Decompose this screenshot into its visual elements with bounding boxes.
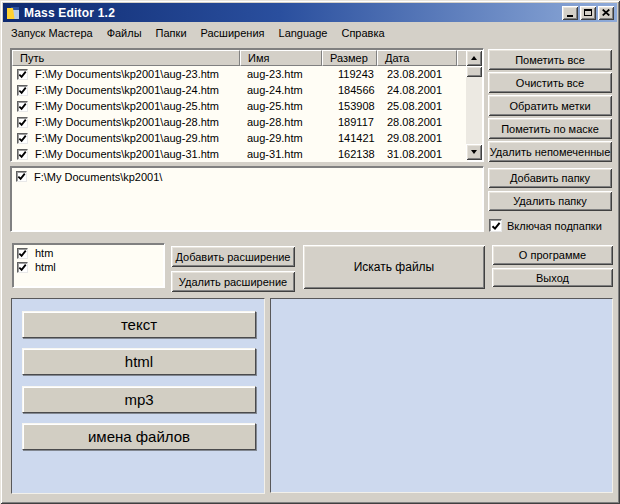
- file-date: 24.08.2001: [377, 84, 457, 96]
- folder-checkbox[interactable]: [16, 171, 27, 182]
- column-header-date[interactable]: Дата: [377, 50, 457, 66]
- scrollbar-track[interactable]: [466, 77, 482, 144]
- checkmark-icon: [18, 118, 27, 127]
- checkmark-icon: [17, 172, 26, 181]
- checkmark-icon: [18, 70, 27, 79]
- file-size: 119243: [322, 68, 377, 80]
- file-row-checkbox[interactable]: [17, 101, 28, 112]
- titlebar: Mass Editor 1.2: [3, 3, 617, 22]
- folder-list: F:\My Documents\kp2001\: [10, 166, 484, 232]
- mark-all-button[interactable]: Пометить все: [488, 49, 612, 70]
- menu-item-files[interactable]: Файлы: [100, 25, 149, 41]
- actions-panel: текст html mp3 имена файлов: [11, 298, 265, 494]
- extension-name: htm: [35, 247, 53, 259]
- column-header-path[interactable]: Путь: [12, 50, 240, 66]
- remove-folder-button[interactable]: Удалить папку: [488, 191, 612, 211]
- search-files-button[interactable]: Искать файлы: [303, 245, 485, 289]
- column-header-name[interactable]: Имя: [240, 50, 322, 66]
- exit-button[interactable]: Выход: [492, 268, 613, 287]
- mark-by-mask-button[interactable]: Пометить по маске: [488, 118, 612, 139]
- file-row[interactable]: F:\My Documents\kp2001\aug-28.htm aug-28…: [12, 114, 468, 130]
- extension-checkbox[interactable]: [17, 262, 28, 273]
- checkmark-icon: [18, 86, 27, 95]
- menu-item-extensions[interactable]: Расширения: [194, 25, 272, 41]
- app-icon: [6, 6, 20, 20]
- action-filenames-button[interactable]: имена файлов: [22, 423, 256, 450]
- remove-extension-button[interactable]: Удалить расширение: [171, 271, 295, 292]
- file-row[interactable]: F:\My Documents\kp2001\aug-24.htm aug-24…: [12, 82, 468, 98]
- folder-row[interactable]: F:\My Documents\kp2001\: [13, 169, 483, 184]
- file-name: aug-31.htm: [240, 148, 322, 160]
- action-mp3-button[interactable]: mp3: [22, 386, 256, 413]
- menu-item-run-wizard[interactable]: Запуск Мастера: [4, 25, 100, 41]
- maximize-icon: [584, 9, 592, 16]
- file-date: 25.08.2001: [377, 100, 457, 112]
- file-row-checkbox[interactable]: [17, 85, 28, 96]
- file-path: F:\My Documents\kp2001\aug-25.htm: [35, 100, 219, 112]
- file-date: 29.08.2001: [377, 132, 457, 144]
- file-date: 28.08.2001: [377, 116, 457, 128]
- scroll-down-button[interactable]: [466, 144, 482, 160]
- file-name: aug-29.htm: [240, 132, 322, 144]
- checkmark-icon: [18, 249, 27, 258]
- extension-list: htm html: [12, 243, 165, 288]
- file-name: aug-25.htm: [240, 100, 322, 112]
- file-size: 184566: [322, 84, 377, 96]
- scroll-up-button[interactable]: [466, 50, 482, 66]
- include-subfolders-box[interactable]: [489, 219, 502, 232]
- file-path: F:\My Documents\kp2001\aug-24.htm: [35, 84, 219, 96]
- file-path: F:\My Documents\kp2001\aug-31.htm: [35, 148, 219, 160]
- file-size: 189117: [322, 116, 377, 128]
- scrollbar-thumb[interactable]: [466, 66, 482, 77]
- add-extension-button[interactable]: Добавить расширение: [171, 246, 295, 267]
- checkmark-icon: [491, 221, 501, 231]
- add-folder-button[interactable]: Добавить папку: [488, 168, 612, 188]
- file-row[interactable]: F:\My Documents\kp2001\aug-23.htm aug-23…: [12, 66, 468, 82]
- action-html-button[interactable]: html: [22, 348, 256, 375]
- file-name: aug-28.htm: [240, 116, 322, 128]
- extension-row[interactable]: html: [15, 260, 164, 274]
- close-icon: [602, 9, 610, 16]
- checkmark-icon: [18, 102, 27, 111]
- file-table: Путь Имя Размер Дата F:\My Documents\kp2…: [10, 48, 484, 162]
- include-subfolders-checkbox[interactable]: Включая подпапки: [489, 219, 602, 232]
- delete-unmarked-button[interactable]: Удалить непомеченные: [488, 141, 612, 162]
- minimize-button[interactable]: [562, 6, 578, 20]
- file-row[interactable]: F:\My Documents\kp2001\aug-25.htm aug-25…: [12, 98, 468, 114]
- output-panel: [270, 298, 613, 493]
- checkmark-icon: [18, 150, 27, 159]
- file-date: 23.08.2001: [377, 68, 457, 80]
- menu-item-folders[interactable]: Папки: [149, 25, 194, 41]
- app-window: Mass Editor 1.2 Запуск Мастера Файлы Пап…: [0, 0, 620, 504]
- action-text-button[interactable]: текст: [22, 311, 256, 338]
- column-header-size[interactable]: Размер: [322, 50, 377, 66]
- close-button[interactable]: [598, 6, 614, 20]
- file-row[interactable]: F:\My Documents\kp2001\aug-31.htm aug-31…: [12, 146, 468, 162]
- file-table-header: Путь Имя Размер Дата: [12, 50, 468, 66]
- file-row-checkbox[interactable]: [17, 69, 28, 80]
- checkmark-icon: [18, 134, 27, 143]
- about-button[interactable]: О программе: [492, 245, 613, 265]
- mark-buttons-column: Пометить все Очистить все Обратить метки…: [488, 49, 612, 162]
- minimize-icon: [567, 15, 573, 17]
- invert-marks-button[interactable]: Обратить метки: [488, 95, 612, 116]
- extension-row[interactable]: htm: [15, 246, 164, 260]
- extension-checkbox[interactable]: [17, 248, 28, 259]
- checkmark-icon: [18, 263, 27, 272]
- maximize-button[interactable]: [580, 6, 596, 20]
- vertical-scrollbar[interactable]: [466, 50, 482, 160]
- file-name: aug-24.htm: [240, 84, 322, 96]
- folder-path: F:\My Documents\kp2001\: [34, 171, 162, 183]
- file-row-checkbox[interactable]: [17, 133, 28, 144]
- file-row[interactable]: F:\My Documents\kp2001\aug-29.htm aug-29…: [12, 130, 468, 146]
- file-list: F:\My Documents\kp2001\aug-23.htm aug-23…: [12, 66, 468, 162]
- window-title: Mass Editor 1.2: [24, 6, 560, 20]
- file-path: F:\My Documents\kp2001\aug-28.htm: [35, 116, 219, 128]
- menu-item-help[interactable]: Справка: [334, 25, 391, 41]
- file-row-checkbox[interactable]: [17, 117, 28, 128]
- window-controls: [560, 6, 614, 20]
- menu-item-language[interactable]: Language: [272, 25, 335, 41]
- clear-all-button[interactable]: Очистить все: [488, 72, 612, 93]
- file-row-checkbox[interactable]: [17, 149, 28, 160]
- include-subfolders-label: Включая подпапки: [507, 220, 602, 232]
